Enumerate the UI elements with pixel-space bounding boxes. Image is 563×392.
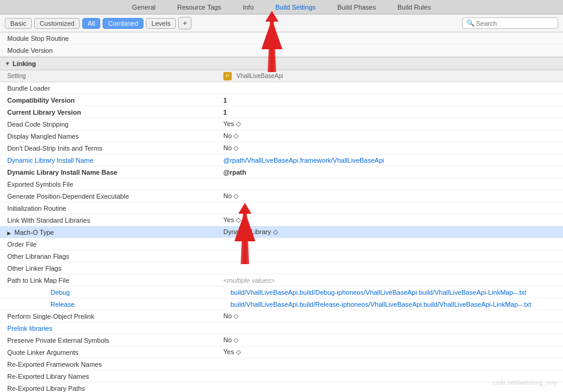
customized-button[interactable]: Customized	[34, 18, 80, 29]
add-button[interactable]: +	[178, 17, 191, 29]
all-button[interactable]: All	[82, 18, 100, 29]
quote-linker-name: Quote Linker Arguments	[7, 349, 223, 356]
re-exported-lib-names-name: Re-Exported Library Names	[7, 373, 223, 380]
link-std-lib-name: Link With Standard Libraries	[7, 217, 223, 224]
expand-triangle-icon: ▶	[7, 231, 11, 236]
table-row[interactable]: Initialization Routine	[0, 202, 563, 214]
dynamic-lib-install-name-base-value: @rpath	[223, 169, 556, 176]
table-row[interactable]: Other Librarian Flags	[0, 250, 563, 262]
nav-build-phases[interactable]: Build Phases	[327, 2, 387, 13]
bundle-loader-name: Bundle Loader	[7, 85, 223, 92]
project-badge-icon: P	[223, 72, 232, 80]
linking-section-title: Linking	[13, 60, 36, 67]
table-row[interactable]: Prelink libraries	[0, 322, 563, 334]
path-to-link-map-value: <multiple values>	[223, 277, 556, 284]
dead-code-stripping-name: Dead Code Stripping	[7, 121, 223, 128]
column-headers: Setting P VhallLiveBaseApi	[0, 70, 563, 82]
re-exported-framework-name: Re-Exported Framework Names	[7, 361, 223, 368]
table-row[interactable]: Link With Standard Libraries Yes ◇	[0, 214, 563, 226]
dynamic-lib-install-name-base-name: Dynamic Library Install Name Base	[7, 169, 223, 176]
macho-type-value: Dynamic Library ◇	[223, 228, 556, 236]
module-rows-section: Module Stop Routine Module Version	[0, 32, 563, 57]
gen-pos-dep-name: Generate Position-Dependent Executable	[7, 193, 223, 200]
current-lib-version-value: 1	[223, 109, 556, 116]
current-lib-version-name: Current Library Version	[7, 109, 223, 116]
table-row[interactable]: Order File	[0, 238, 563, 250]
settings-table: Bundle Loader Compatibility Version 1 Cu…	[0, 82, 563, 392]
table-row[interactable]: Don't Dead-Strip Inits and Terms No ◇	[0, 142, 563, 154]
top-nav: General Resource Tags Info Build Setting…	[0, 0, 563, 14]
table-row[interactable]: Bundle Loader	[0, 82, 563, 94]
main-content: Module Stop Routine Module Version ▼ Lin…	[0, 32, 563, 392]
list-item[interactable]: Module Stop Routine	[0, 32, 563, 44]
init-routine-name: Initialization Routine	[7, 205, 223, 212]
table-row[interactable]: Current Library Version 1	[0, 106, 563, 118]
table-row[interactable]: Exported Symbols File	[0, 178, 563, 190]
other-librarian-name: Other Librarian Flags	[7, 253, 223, 260]
table-row[interactable]: Re-Exported Library Names	[0, 370, 563, 382]
table-row[interactable]: Re-Exported Library Paths	[0, 382, 563, 392]
table-row[interactable]: Compatibility Version 1	[0, 94, 563, 106]
exported-symbols-name: Exported Symbols File	[7, 181, 223, 188]
table-row[interactable]: Debug build/VhallLiveBaseApi.build/Debug…	[0, 286, 563, 298]
setting-column-header: Setting	[7, 73, 223, 79]
table-row[interactable]: Path to Link Map File <multiple values>	[0, 274, 563, 286]
dont-dead-strip-name: Don't Dead-Strip Inits and Terms	[7, 145, 223, 152]
compat-version-value: 1	[223, 97, 556, 104]
display-mangled-name: Display Mangled Names	[7, 133, 223, 140]
table-row[interactable]: Dynamic Library Install Name @rpath/Vhal…	[0, 154, 563, 166]
release-link-map-value: build/VhallLiveBaseApi.build/Release-iph…	[230, 301, 556, 308]
table-row[interactable]: Preserve Private External Symbols No ◇	[0, 334, 563, 346]
watermark: csdn.net/liwentong_only	[493, 379, 557, 386]
preserve-private-name: Preserve Private External Symbols	[7, 337, 223, 344]
macho-type-name: ▶ Mach-O Type	[7, 229, 223, 236]
re-exported-lib-paths-name: Re-Exported Library Paths	[7, 385, 223, 392]
search-box: 🔍	[462, 17, 558, 29]
linking-section-header[interactable]: ▼ Linking	[0, 57, 563, 70]
levels-button[interactable]: Levels	[146, 18, 176, 29]
order-file-name: Order File	[7, 241, 223, 248]
nav-info[interactable]: Info	[232, 2, 264, 13]
perform-single-object-name: Perform Single-Object Prelink	[7, 313, 223, 320]
gen-pos-dep-value: No ◇	[223, 192, 556, 200]
combined-button[interactable]: Combined	[103, 18, 143, 29]
collapse-triangle-icon: ▼	[5, 61, 10, 67]
quote-linker-value: Yes ◇	[223, 348, 556, 356]
nav-build-rules[interactable]: Build Rules	[387, 2, 442, 13]
table-row[interactable]: Display Mangled Names No ◇	[0, 130, 563, 142]
prelink-libs-name: Prelink libraries	[7, 325, 223, 332]
basic-button[interactable]: Basic	[5, 18, 32, 29]
release-link-map-name: Release	[14, 301, 230, 308]
path-to-link-map-name: Path to Link Map File	[7, 277, 223, 284]
debug-link-map-name: Debug	[14, 289, 230, 296]
table-row[interactable]: Re-Exported Framework Names	[0, 358, 563, 370]
list-item[interactable]: Module Version	[0, 44, 563, 56]
table-row[interactable]: Generate Position-Dependent Executable N…	[0, 190, 563, 202]
dynamic-lib-install-name: Dynamic Library Install Name	[7, 157, 223, 164]
dynamic-lib-install-value: @rpath/VhallLiveBaseApi.framework/VhallL…	[223, 157, 556, 164]
search-icon: 🔍	[466, 19, 475, 27]
module-stop-routine-label: Module Stop Routine	[7, 35, 69, 42]
dead-code-stripping-value: Yes ◇	[223, 120, 556, 128]
table-row[interactable]: ▶ Mach-O Type Dynamic Library ◇	[0, 226, 563, 238]
table-row[interactable]: Dynamic Library Install Name Base @rpath	[0, 166, 563, 178]
compat-version-name: Compatibility Version	[7, 97, 223, 104]
search-input[interactable]	[476, 20, 554, 27]
display-mangled-value: No ◇	[223, 132, 556, 140]
nav-general[interactable]: General	[121, 2, 166, 13]
table-row[interactable]: Quote Linker Arguments Yes ◇	[0, 346, 563, 358]
debug-link-map-value: build/VhallLiveBaseApi.build/Debug-iphon…	[230, 289, 556, 296]
preserve-private-value: No ◇	[223, 336, 556, 344]
link-std-lib-value: Yes ◇	[223, 216, 556, 224]
module-version-label: Module Version	[7, 47, 53, 54]
perform-single-object-value: No ◇	[223, 312, 556, 320]
other-linker-name: Other Linker Flags	[7, 265, 223, 272]
table-row[interactable]: Release build/VhallLiveBaseApi.build/Rel…	[0, 298, 563, 310]
dont-dead-strip-value: No ◇	[223, 144, 556, 152]
table-row[interactable]: Perform Single-Object Prelink No ◇	[0, 310, 563, 322]
nav-resource-tags[interactable]: Resource Tags	[166, 2, 232, 13]
nav-build-settings[interactable]: Build Settings	[265, 2, 327, 13]
table-row[interactable]: Dead Code Stripping Yes ◇	[0, 118, 563, 130]
project-name-label: VhallLiveBaseApi	[236, 73, 283, 79]
table-row[interactable]: Other Linker Flags	[0, 262, 563, 274]
